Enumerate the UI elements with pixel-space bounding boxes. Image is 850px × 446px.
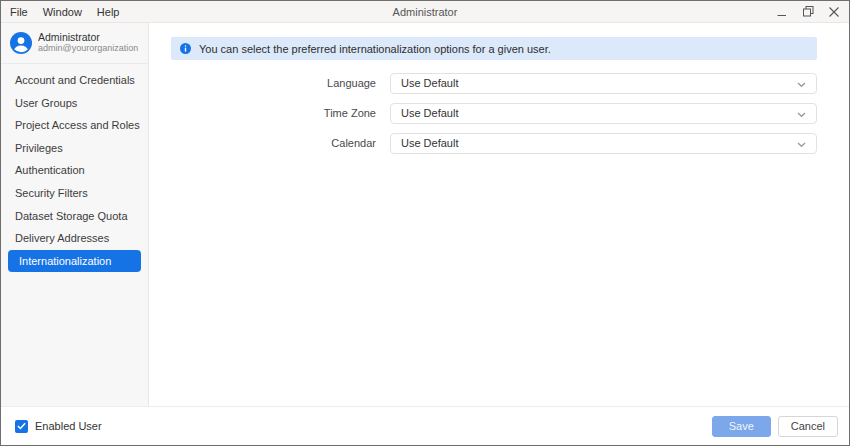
- sidebar-item-delivery-addresses[interactable]: Delivery Addresses: [1, 227, 148, 250]
- info-icon: [180, 43, 191, 54]
- language-row: Language Use Default: [171, 73, 817, 94]
- sidebar-item-authentication[interactable]: Authentication: [1, 159, 148, 182]
- language-value: Use Default: [401, 77, 458, 89]
- user-email: admin@yourorganization.com: [38, 43, 138, 54]
- sidebar-item-user-groups[interactable]: User Groups: [1, 92, 148, 115]
- time-zone-label: Time Zone: [171, 103, 376, 124]
- chevron-down-icon: [797, 112, 806, 118]
- calendar-value: Use Default: [401, 137, 458, 149]
- time-zone-row: Time Zone Use Default: [171, 103, 817, 124]
- user-header: Administrator admin@yourorganization.com: [1, 23, 148, 64]
- sidebar-item-account-and-credentials[interactable]: Account and Credentials: [1, 69, 148, 92]
- cancel-button[interactable]: Cancel: [778, 416, 838, 437]
- user-avatar-icon: [10, 32, 32, 54]
- chevron-down-icon: [797, 82, 806, 88]
- menu-window[interactable]: Window: [43, 6, 82, 18]
- calendar-row: Calendar Use Default: [171, 133, 817, 154]
- sidebar-item-internationalization[interactable]: Internationalization: [8, 250, 141, 273]
- menu-help[interactable]: Help: [97, 6, 120, 18]
- close-icon[interactable]: [828, 6, 840, 18]
- title-bar: Administrator File Window Help: [1, 1, 849, 23]
- sidebar-item-dataset-storage-quota[interactable]: Dataset Storage Quota: [1, 205, 148, 228]
- minimize-icon[interactable]: [776, 6, 788, 18]
- info-banner: You can select the preferred internation…: [171, 37, 817, 60]
- sidebar-item-privileges[interactable]: Privileges: [1, 137, 148, 160]
- user-meta: Administrator admin@yourorganization.com: [38, 31, 138, 54]
- calendar-label: Calendar: [171, 133, 376, 154]
- internationalization-form: Language Use Default Time Zone Use Defau…: [171, 73, 817, 154]
- chevron-down-icon: [797, 142, 806, 148]
- sidebar-item-security-filters[interactable]: Security Filters: [1, 182, 148, 205]
- sidebar: Administrator admin@yourorganization.com…: [1, 23, 149, 406]
- enabled-user-label: Enabled User: [35, 420, 102, 432]
- user-name: Administrator: [38, 31, 138, 43]
- window-controls: [776, 1, 840, 22]
- time-zone-value: Use Default: [401, 107, 458, 119]
- save-button[interactable]: Save: [712, 416, 771, 437]
- menu-file[interactable]: File: [10, 6, 28, 18]
- sidebar-nav: Account and Credentials User Groups Proj…: [1, 64, 148, 272]
- language-select[interactable]: Use Default: [390, 73, 817, 94]
- menu-bar: File Window Help: [1, 6, 119, 18]
- restore-icon[interactable]: [802, 6, 814, 18]
- calendar-select[interactable]: Use Default: [390, 133, 817, 154]
- language-label: Language: [171, 73, 376, 94]
- footer-bar: Enabled User Save Cancel: [1, 406, 849, 445]
- administrator-window: Administrator File Window Help: [0, 0, 850, 446]
- time-zone-select[interactable]: Use Default: [390, 103, 817, 124]
- window-title: Administrator: [1, 1, 849, 22]
- app-body: Administrator admin@yourorganization.com…: [1, 23, 849, 406]
- sidebar-item-project-access-and-roles[interactable]: Project Access and Roles: [1, 114, 148, 137]
- enabled-user-checkbox[interactable]: [15, 420, 28, 433]
- banner-text: You can select the preferred internation…: [199, 43, 551, 55]
- main-content: You can select the preferred internation…: [149, 23, 849, 406]
